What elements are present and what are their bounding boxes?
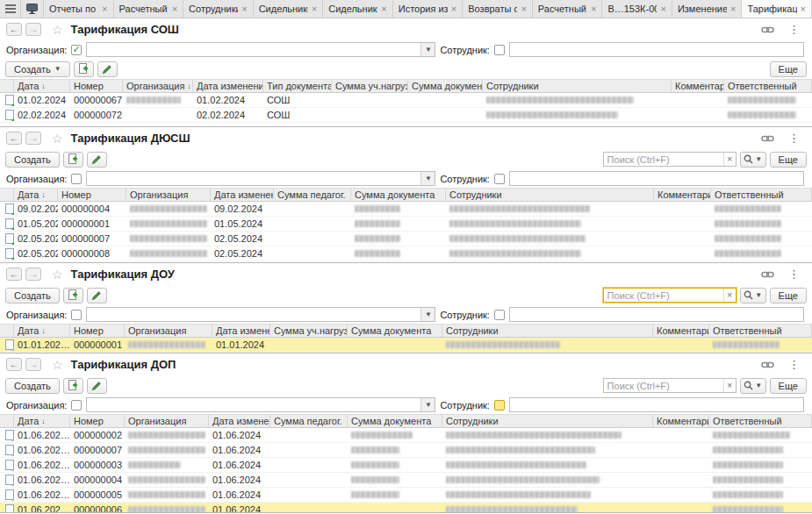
- get-link-icon[interactable]: [757, 134, 779, 143]
- column-header[interactable]: Дата изменения: [209, 415, 270, 427]
- back-button[interactable]: ←: [6, 132, 22, 145]
- more-menu-icon[interactable]: ⋮: [782, 268, 806, 281]
- forward-button[interactable]: →: [25, 23, 41, 36]
- favorite-star-icon[interactable]: ☆: [52, 23, 63, 37]
- set-responsible-button[interactable]: [87, 152, 107, 168]
- column-header[interactable]: Организация: [125, 325, 212, 337]
- back-button[interactable]: ←: [6, 358, 22, 371]
- organization-combo[interactable]: ▼: [86, 42, 435, 57]
- column-header[interactable]: Сумма документа: [348, 325, 442, 337]
- organization-combo[interactable]: ▼: [86, 171, 435, 186]
- column-header[interactable]: Сумма уч.нагрузка: [270, 325, 348, 337]
- get-link-icon[interactable]: [757, 270, 779, 279]
- search-button[interactable]: ▼: [740, 152, 766, 168]
- copy-document-button[interactable]: [63, 378, 83, 394]
- organization-filter-checkbox[interactable]: [71, 174, 82, 184]
- tab[interactable]: Тарификация …×: [742, 0, 812, 18]
- column-header[interactable]: Сотрудники: [483, 80, 672, 92]
- column-header[interactable]: Сумма документа: [408, 80, 483, 92]
- search-input[interactable]: [604, 154, 723, 165]
- column-header[interactable]: Сотрудники: [442, 415, 653, 427]
- search-button[interactable]: ▼: [740, 378, 766, 394]
- table-row[interactable]: 02.02.202400000007202.02.2024СОШ: [0, 108, 812, 123]
- forward-button[interactable]: →: [25, 132, 41, 145]
- get-link-icon[interactable]: [757, 361, 779, 369]
- column-header[interactable]: Комментарий: [672, 80, 724, 92]
- favorite-star-icon[interactable]: ☆: [52, 268, 63, 282]
- column-header[interactable]: Ответственный: [709, 325, 812, 337]
- column-header[interactable]: Дата изменения: [193, 80, 263, 92]
- copy-document-button[interactable]: [63, 152, 83, 168]
- tab[interactable]: Сидельников…×: [254, 0, 324, 18]
- tab[interactable]: Отчеты по за…×: [44, 0, 114, 18]
- employee-input[interactable]: [509, 307, 804, 322]
- hamburger-menu-icon[interactable]: [0, 0, 21, 18]
- tab[interactable]: Расчетный ли…×: [114, 0, 184, 18]
- organization-filter-checkbox[interactable]: [71, 400, 82, 410]
- more-button[interactable]: Еще: [770, 378, 807, 394]
- tab-close-icon[interactable]: ×: [801, 4, 806, 14]
- column-header[interactable]: Сумма уч.нагрузка: [332, 80, 408, 92]
- tab-close-icon[interactable]: ×: [730, 4, 736, 14]
- employee-input[interactable]: [509, 397, 804, 412]
- column-header[interactable]: Ответственный: [724, 80, 812, 92]
- forward-button[interactable]: →: [25, 358, 41, 371]
- table-row[interactable]: 01.05.202…00000000101.05.2024: [0, 217, 812, 232]
- column-header[interactable]: Дата↓: [14, 189, 58, 201]
- search-input[interactable]: [604, 290, 723, 301]
- table-row[interactable]: 09.02.202…00000000409.02.2024: [0, 202, 812, 217]
- employee-filter-checkbox[interactable]: [494, 400, 505, 410]
- tab[interactable]: Расчетный ли…×: [533, 0, 603, 18]
- column-header[interactable]: Комментарий: [654, 189, 711, 201]
- employee-filter-checkbox[interactable]: [494, 310, 505, 320]
- tab[interactable]: Сидельников…×: [323, 0, 393, 18]
- more-menu-icon[interactable]: ⋮: [782, 358, 806, 371]
- more-button[interactable]: Еще: [770, 288, 807, 303]
- table-row[interactable]: 01.06.202…00000000201.06.2024: [0, 428, 812, 443]
- column-header[interactable]: Ответственный: [709, 415, 812, 427]
- column-header[interactable]: Организация: [126, 189, 211, 201]
- organization-combo[interactable]: ▼: [86, 397, 435, 412]
- tab-close-icon[interactable]: ×: [102, 4, 107, 14]
- table-row[interactable]: 01.01.202…00000000101.01.2024: [0, 338, 812, 353]
- tab-close-icon[interactable]: ×: [381, 4, 386, 14]
- clear-search-icon[interactable]: ×: [723, 289, 736, 302]
- organization-combo[interactable]: ▼: [86, 307, 435, 322]
- employee-input[interactable]: [509, 171, 804, 186]
- column-header[interactable]: Дата изменения: [211, 189, 274, 201]
- create-button[interactable]: Создать: [5, 288, 60, 303]
- more-button[interactable]: Еще: [770, 152, 807, 168]
- combo-dropdown-icon[interactable]: ▼: [420, 398, 435, 411]
- table-row[interactable]: 01.02.202400000006701.02.2024СОШ: [0, 93, 812, 108]
- organization-filter-checkbox[interactable]: [71, 45, 82, 55]
- table-row[interactable]: 01.06.202…00000000501.06.2024: [0, 488, 812, 503]
- clear-search-icon[interactable]: ×: [723, 153, 736, 166]
- column-header[interactable]: Сумма педагог.: [270, 415, 348, 427]
- tab-close-icon[interactable]: ×: [521, 4, 526, 14]
- set-responsible-button[interactable]: [97, 61, 118, 77]
- employee-filter-checkbox[interactable]: [494, 174, 505, 184]
- set-responsible-button[interactable]: [87, 288, 107, 303]
- create-button[interactable]: Создать: [5, 152, 60, 168]
- more-menu-icon[interactable]: ⋮: [782, 23, 806, 36]
- table-row[interactable]: 01.06.202…00000000601.06.2024: [0, 503, 812, 513]
- more-button[interactable]: Еще: [770, 61, 807, 77]
- table-row[interactable]: 01.06.202…00000000701.06.2024: [0, 443, 812, 458]
- column-header[interactable]: Сумма педагог.: [274, 189, 351, 201]
- column-header[interactable]: Организация↓: [123, 80, 193, 92]
- column-header[interactable]: Дата↓: [14, 415, 70, 427]
- combo-dropdown-icon[interactable]: ▼: [420, 308, 435, 321]
- table-row[interactable]: 01.06.202…00000000301.06.2024: [0, 458, 812, 473]
- column-header[interactable]: Сумма документа: [348, 415, 442, 427]
- combo-dropdown-icon[interactable]: ▼: [420, 172, 435, 185]
- copy-document-button[interactable]: [63, 288, 83, 303]
- create-button[interactable]: Создать▼: [5, 61, 70, 77]
- column-header[interactable]: Номер: [70, 325, 125, 337]
- set-responsible-button[interactable]: [87, 378, 107, 394]
- search-input[interactable]: [604, 381, 723, 391]
- column-header[interactable]: Дата↓: [14, 80, 70, 92]
- tab[interactable]: Сотрудники×: [183, 0, 254, 18]
- column-header[interactable]: Номер: [70, 80, 123, 92]
- tab[interactable]: В…153К-000001×: [602, 0, 672, 18]
- table-row[interactable]: 02.05.202…00000000802.05.2024: [0, 246, 812, 261]
